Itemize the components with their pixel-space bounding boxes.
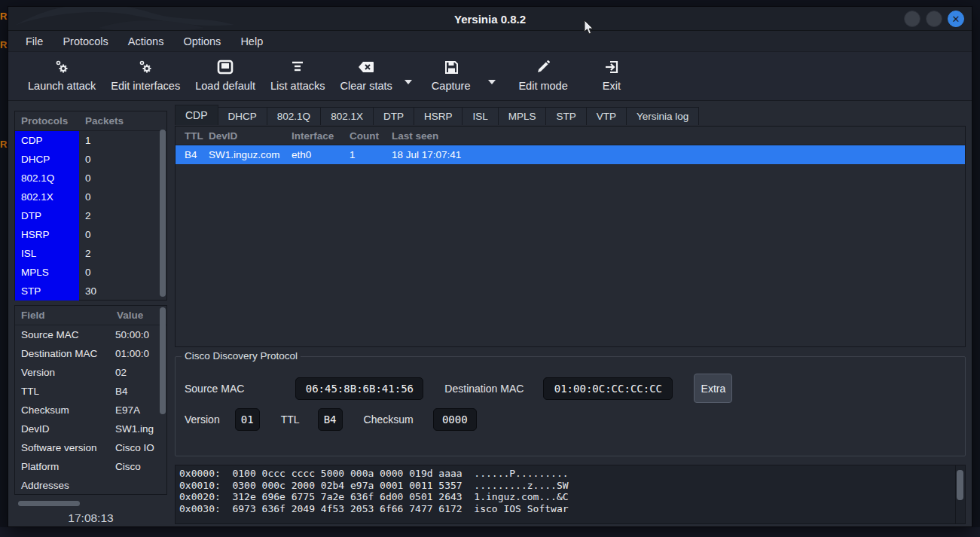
protocols-scrollbar[interactable]: [160, 130, 166, 297]
capture-dropdown[interactable]: [484, 75, 500, 90]
field-row-platform[interactable]: Platform Cisco: [15, 457, 166, 476]
protocol-row-8021x[interactable]: 802.1X 0: [15, 188, 166, 206]
hex-scrollbar[interactable]: [957, 470, 963, 500]
menu-actions[interactable]: Actions: [118, 35, 174, 47]
desktop-taskbar-strip: [0, 527, 980, 537]
ttl-input[interactable]: [318, 408, 343, 431]
packet-row-selected[interactable]: B4 SW1.inguz.com eth0 1 18 Jul 17:07:41: [176, 145, 965, 164]
titlebar[interactable]: Yersinia 0.8.2 ✕: [8, 7, 972, 31]
source-mac-input[interactable]: [295, 377, 423, 400]
source-mac-label: Source MAC: [185, 383, 244, 395]
tab-hsrp[interactable]: HSRP: [414, 107, 463, 125]
column-header-value[interactable]: Value: [115, 310, 166, 321]
hex-scrollbar-track[interactable]: [955, 465, 965, 523]
mouse-cursor: [584, 20, 596, 36]
field-row-source-mac[interactable]: Source MAC 50:00:0: [15, 325, 166, 344]
cdp-form: Cisco Discovery Protocol Source MAC Dest…: [175, 356, 966, 456]
column-header-count[interactable]: Count: [348, 130, 390, 142]
column-header-interface[interactable]: Interface: [290, 130, 348, 142]
extra-button[interactable]: Extra: [694, 374, 732, 403]
menu-file[interactable]: File: [16, 35, 53, 47]
tab-stp[interactable]: STP: [546, 107, 586, 125]
menu-protocols[interactable]: Protocols: [53, 35, 118, 47]
toolbar-label: List attacks: [270, 80, 325, 92]
hex-line: 0x0010: 0300 000c 2000 02b4 e97a 0001 00…: [176, 480, 965, 492]
hex-dump-panel[interactable]: 0x0000: 0100 0ccc cccc 5000 000a 0000 01…: [175, 465, 966, 524]
toolbar-label: Edit mode: [518, 80, 567, 92]
tab-isl[interactable]: ISL: [463, 107, 498, 125]
column-header-devid[interactable]: DevID: [207, 130, 290, 142]
gears-icon: [54, 58, 69, 76]
version-label: Version: [185, 413, 220, 426]
protocol-row-dhcp[interactable]: DHCP 0: [15, 150, 166, 169]
field-row-software-version[interactable]: Software version Cisco IO: [15, 438, 166, 457]
column-header-protocols[interactable]: Protocols: [15, 115, 79, 127]
protocol-row-8021q[interactable]: 802.1Q 0: [15, 169, 166, 188]
ethernet-port-icon: [216, 58, 234, 76]
fields-scrollbar[interactable]: [160, 307, 166, 414]
tab-yersinia-log[interactable]: Yersinia log: [627, 107, 699, 125]
protocol-row-hsrp[interactable]: HSRP 0: [15, 225, 166, 244]
sidebar: Protocols Packets CDP 1 DHCP 0 802.1Q 0 …: [14, 109, 167, 520]
checksum-label: Checksum: [364, 413, 414, 426]
clear-stats-dropdown[interactable]: [400, 75, 417, 90]
minimize-button[interactable]: [904, 11, 920, 27]
protocol-row-isl[interactable]: ISL 2: [15, 244, 166, 263]
tab-dhcp[interactable]: DHCP: [218, 107, 267, 125]
maximize-button[interactable]: [926, 11, 942, 27]
field-value-table: Field Value Source MAC 50:00:0 Destinati…: [14, 305, 167, 495]
column-header-packets[interactable]: Packets: [79, 115, 166, 127]
edit-mode-button[interactable]: Edit mode: [511, 56, 575, 93]
exit-button[interactable]: Exit: [595, 56, 628, 93]
chevron-down-icon: [404, 79, 413, 85]
field-row-ttl[interactable]: TTL B4: [15, 382, 166, 401]
column-header-ttl[interactable]: TTL: [176, 130, 207, 142]
clear-stats-button[interactable]: Clear stats: [333, 56, 400, 93]
pencil-icon: [536, 58, 551, 76]
tab-vtp[interactable]: VTP: [587, 107, 627, 125]
protocol-row-cdp[interactable]: CDP 1: [15, 131, 166, 150]
main-panel: CDP DHCP 802.1Q 802.1X DTP HSRP ISL MPLS…: [175, 105, 966, 520]
list-icon: [290, 58, 305, 76]
gears-icon: [138, 58, 153, 76]
toolbar-label: Capture: [432, 80, 471, 92]
chevron-down-icon: [487, 79, 496, 85]
field-row-devid[interactable]: DevID SW1.ing: [15, 420, 166, 438]
toolbar: Launch attack Edit interfaces Load defau…: [8, 52, 972, 101]
hex-line: 0x0000: 0100 0ccc cccc 5000 000a 0000 01…: [176, 468, 965, 480]
toolbar-label: Exit: [603, 80, 621, 92]
floppy-icon: [444, 58, 459, 76]
protocol-row-dtp[interactable]: DTP 2: [15, 206, 166, 225]
menu-help[interactable]: Help: [230, 35, 273, 47]
column-header-last-seen[interactable]: Last seen: [390, 130, 965, 142]
field-row-addresses[interactable]: Addresses: [15, 476, 166, 495]
toolbar-label: Edit interfaces: [111, 80, 180, 92]
field-row-checksum[interactable]: Checksum E97A: [15, 401, 166, 420]
toolbar-label: Launch attack: [28, 80, 96, 92]
list-attacks-button[interactable]: List attacks: [263, 56, 333, 93]
capture-button[interactable]: Capture: [424, 56, 478, 93]
tab-8021x[interactable]: 802.1X: [321, 107, 374, 125]
protocol-stats-table: Protocols Packets CDP 1 DHCP 0 802.1Q 0 …: [14, 111, 167, 301]
destination-mac-input[interactable]: [543, 377, 673, 400]
field-row-version[interactable]: Version 02: [15, 363, 166, 382]
checksum-input[interactable]: [433, 408, 477, 431]
tab-dtp[interactable]: DTP: [374, 107, 414, 125]
protocol-row-mpls[interactable]: MPLS 0: [15, 263, 166, 282]
close-button[interactable]: ✕: [948, 11, 964, 27]
window-title: Yersinia 0.8.2: [8, 7, 972, 31]
column-header-field[interactable]: Field: [15, 310, 115, 321]
tab-mpls[interactable]: MPLS: [499, 107, 547, 125]
edit-interfaces-button[interactable]: Edit interfaces: [103, 56, 188, 93]
menu-options[interactable]: Options: [173, 35, 230, 47]
tab-cdp[interactable]: CDP: [175, 105, 218, 125]
field-row-destination-mac[interactable]: Destination MAC 01:00:0: [15, 344, 166, 363]
protocol-row-stp[interactable]: STP 30: [15, 282, 166, 301]
protocol-tabbar: CDP DHCP 802.1Q 802.1X DTP HSRP ISL MPLS…: [175, 105, 966, 125]
version-input[interactable]: [235, 408, 260, 431]
tab-8021q[interactable]: 802.1Q: [267, 107, 321, 125]
load-default-button[interactable]: Load default: [188, 56, 263, 93]
fields-horizontal-scrollbar[interactable]: [14, 500, 167, 507]
launch-attack-button[interactable]: Launch attack: [20, 56, 103, 93]
clear-backspace-icon: [357, 58, 375, 76]
